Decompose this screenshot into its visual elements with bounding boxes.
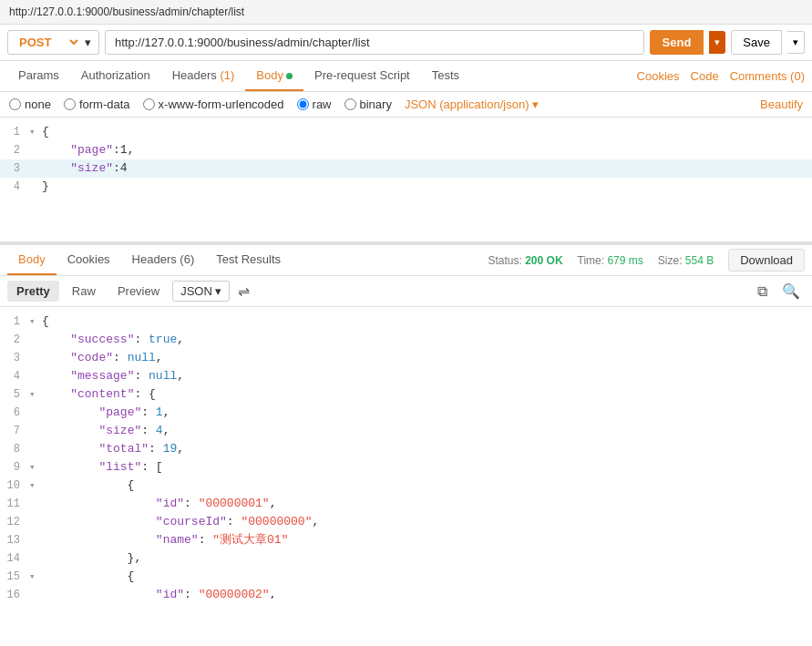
resp-line-8: 8 "total": 19, (0, 440, 812, 458)
url-input[interactable] (105, 30, 644, 55)
response-status: Status: 200 OK Time: 679 ms Size: 554 B … (488, 249, 806, 272)
format-json-label: JSON (180, 284, 212, 298)
option-binary[interactable]: binary (344, 97, 392, 111)
copy-button[interactable]: ⧉ (753, 281, 772, 302)
format-pretty[interactable]: Pretty (7, 281, 59, 302)
response-tabs: Body Cookies Headers (6) Test Results St… (0, 245, 812, 276)
format-json-select[interactable]: JSON ▾ (172, 281, 230, 302)
req-line-3: 3 "size":4 (0, 159, 812, 178)
method-dropdown[interactable]: POST GET PUT DELETE (15, 35, 81, 50)
headers-badge: (1) (220, 68, 234, 82)
resp-line-1: 1 ▾ { (0, 313, 812, 331)
body-options: none form-data x-www-form-urlencoded raw… (0, 92, 812, 118)
tab-pre-request[interactable]: Pre-request Script (303, 61, 421, 91)
request-body-editor[interactable]: 1 ▾ { 2 "page":1, 3 "size":4 4 } (0, 118, 812, 245)
format-raw[interactable]: Raw (63, 281, 105, 302)
tab-cookies[interactable]: Cookies (637, 69, 680, 83)
resp-line-12: 12 "courseId": "00000000", (0, 513, 812, 531)
option-form-data[interactable]: form-data (64, 97, 130, 111)
req-line-1: 1 ▾ { (0, 123, 812, 141)
resp-line-11: 11 "id": "00000001", (0, 495, 812, 513)
tab-params[interactable]: Params (7, 61, 70, 91)
resp-tab-test-results[interactable]: Test Results (205, 245, 292, 275)
tab-code[interactable]: Code (691, 69, 719, 83)
resp-line-7: 7 "size": 4, (0, 422, 812, 440)
resp-line-10: 10 ▾ { (0, 477, 812, 495)
resp-line-3: 3 "code": null, (0, 349, 812, 367)
tab-comments[interactable]: Comments (0) (730, 69, 805, 83)
json-chevron-icon: ▾ (532, 97, 539, 111)
resp-line-15: 15 ▾ { (0, 568, 812, 586)
req-line-2: 2 "page":1, (0, 141, 812, 159)
method-select[interactable]: POST GET PUT DELETE ▾ (7, 30, 99, 55)
format-chevron-icon: ▾ (215, 284, 221, 298)
response-body: 1 ▾ { 2 "success": true, 3 "code": null,… (0, 307, 812, 599)
json-format-label: JSON (application/json) (405, 97, 529, 111)
resp-tab-headers[interactable]: Headers (6) (121, 245, 206, 275)
tab-headers[interactable]: Headers (1) (161, 61, 246, 91)
resp-line-4: 4 "message": null, (0, 367, 812, 385)
save-button[interactable]: Save (731, 30, 782, 55)
format-bar: Pretty Raw Preview JSON ▾ ⇌ ⧉ 🔍 (0, 276, 812, 307)
download-button[interactable]: Download (728, 249, 805, 272)
resp-line-14: 14 }, (0, 549, 812, 568)
tab-tests[interactable]: Tests (421, 61, 470, 91)
send-button[interactable]: Send (650, 30, 704, 55)
address-bar: http://127.0.0.1:9000/business/admin/cha… (0, 0, 812, 25)
resp-tab-body[interactable]: Body (7, 245, 57, 275)
save-dropdown-button[interactable]: ▾ (787, 31, 805, 54)
format-wrap-button[interactable]: ⇌ (233, 281, 254, 302)
format-preview[interactable]: Preview (108, 281, 169, 302)
resp-line-13: 13 "name": "测试大章01" (0, 531, 812, 549)
body-dot (286, 73, 293, 79)
resp-line-16: 16 "id": "00000002", (0, 586, 812, 599)
status-label: Status: 200 OK (488, 254, 563, 267)
resp-line-6: 6 "page": 1, (0, 404, 812, 422)
search-button[interactable]: 🔍 (777, 281, 805, 302)
toolbar: POST GET PUT DELETE ▾ Send ▾ Save ▾ (0, 25, 812, 61)
tab-body[interactable]: Body (245, 61, 303, 91)
tab-authorization[interactable]: Authorization (70, 61, 161, 91)
format-right-buttons: ⧉ 🔍 (753, 281, 805, 302)
right-tab-group: Cookies Code Comments (0) (637, 61, 805, 91)
resp-tab-cookies[interactable]: Cookies (57, 245, 121, 275)
send-dropdown-button[interactable]: ▾ (709, 31, 725, 54)
method-chevron-icon: ▾ (85, 36, 91, 49)
beautify-button[interactable]: Beautify (760, 97, 803, 111)
size-label: Size: 554 B (658, 254, 714, 267)
resp-line-2: 2 "success": true, (0, 331, 812, 349)
resp-line-9: 9 ▾ "list": [ (0, 458, 812, 477)
option-none[interactable]: none (9, 97, 51, 111)
resp-headers-badge: (6) (180, 252, 194, 266)
option-urlencoded[interactable]: x-www-form-urlencoded (143, 97, 284, 111)
req-line-4: 4 } (0, 178, 812, 196)
resp-line-5: 5 ▾ "content": { (0, 385, 812, 404)
option-raw[interactable]: raw (297, 97, 332, 111)
request-tabs: Params Authorization Headers (1) Body Pr… (0, 61, 812, 92)
address-url: http://127.0.0.1:9000/business/admin/cha… (9, 5, 244, 18)
time-label: Time: 679 ms (578, 254, 643, 267)
json-format-select[interactable]: JSON (application/json) ▾ (405, 97, 540, 111)
